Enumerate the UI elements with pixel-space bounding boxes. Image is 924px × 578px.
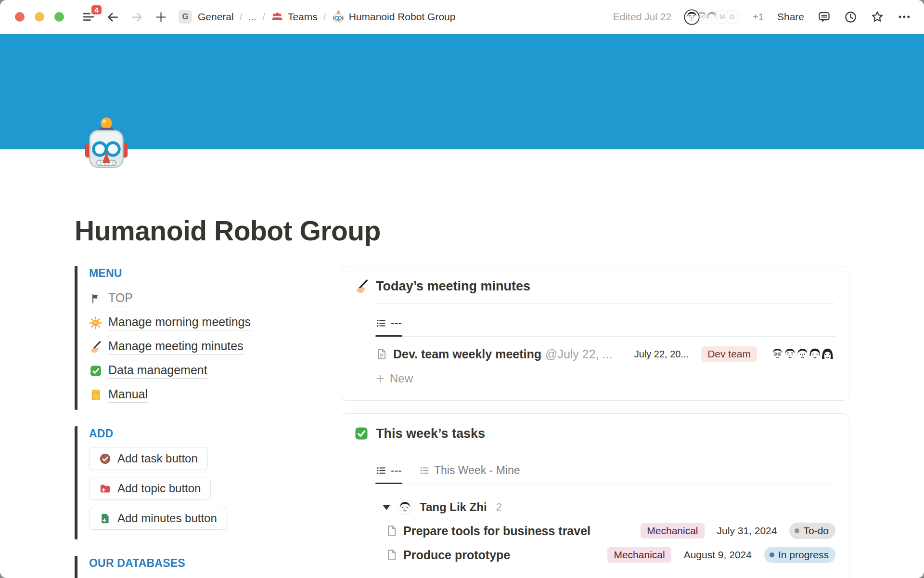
ellipsis-icon [898, 10, 911, 24]
writing-hand-icon [89, 341, 102, 354]
view-tab-default[interactable]: --- [375, 311, 402, 336]
collapse-toggle-icon[interactable] [383, 505, 390, 510]
view-tab-label: --- [391, 464, 402, 477]
share-button[interactable]: Share [777, 11, 804, 23]
menu-link-label: TOP [108, 291, 133, 306]
new-button-label: New [390, 372, 413, 385]
view-tab-default[interactable]: --- [375, 458, 402, 484]
new-meeting-button[interactable]: New [375, 368, 413, 390]
menu-link-manage-meeting-minutes[interactable]: Manage meeting minutes [89, 335, 244, 359]
teams-icon [271, 11, 283, 23]
menu-link-label: Manage morning meetings [108, 315, 251, 330]
card-title: This week’s tasks [376, 426, 485, 441]
meeting-row[interactable]: Dev. team weekly meeting @July 22, ... J… [375, 342, 835, 367]
avatar [685, 10, 699, 24]
check-box-icon [354, 426, 369, 441]
breadcrumb-current-page[interactable]: Humanoid Robot Group [332, 10, 456, 24]
menu-link-top[interactable]: TOP [89, 287, 133, 311]
bullet-list-icon [376, 318, 386, 328]
star-icon [871, 10, 884, 24]
card-title: Today’s meeting minutes [376, 279, 530, 294]
writing-hand-icon [354, 279, 369, 294]
menu-link-manual[interactable]: Manual [89, 383, 148, 407]
zoom-window-button[interactable] [54, 12, 64, 22]
group-count: 2 [496, 501, 502, 513]
back-button[interactable] [106, 11, 119, 24]
more-options-button[interactable] [898, 10, 911, 24]
view-tabbar: --- [375, 311, 835, 337]
last-edited-label: Edited Jul 22 [613, 11, 671, 23]
group-header-row: Tang Lik Zhi 2 [375, 496, 835, 519]
updates-button[interactable] [844, 11, 857, 24]
databases-heading: OUR DATABASES [89, 557, 306, 570]
status-dot-icon [795, 528, 799, 533]
breadcrumb-teams[interactable]: Teams [271, 11, 318, 23]
plus-icon [154, 11, 167, 24]
flag-icon [89, 292, 102, 305]
meeting-date-property: July 22, 20... [634, 349, 689, 360]
due-date: July 31, 2024 [717, 525, 777, 537]
breadcrumb-collapsed[interactable]: ... [248, 11, 257, 23]
add-minutes-button[interactable]: Add minutes button [89, 507, 227, 530]
workspace-badge[interactable]: G [179, 10, 192, 24]
status-label: In progress [778, 549, 829, 561]
traffic-lights [15, 12, 64, 22]
clock-icon [844, 11, 857, 24]
group-name[interactable]: Tang Lik Zhi [420, 500, 487, 514]
bullet-list-icon [376, 465, 386, 476]
menu-heading: MENU [89, 267, 306, 280]
new-tab-button[interactable] [154, 11, 167, 24]
sun-icon [89, 316, 102, 329]
view-tab-this-week-mine[interactable]: This Week - Mine [419, 458, 521, 484]
minimize-window-button[interactable] [35, 12, 44, 22]
notification-badge: 4 [90, 4, 103, 16]
page-left-column: MENU TOP Manage morning meetings Manage … [75, 266, 306, 578]
status-dot-icon [770, 552, 774, 557]
task-title[interactable]: Produce prototype [403, 548, 510, 562]
divider [375, 303, 835, 304]
comment-icon [818, 11, 831, 24]
add-task-button[interactable]: Add task button [89, 447, 208, 470]
plus-icon [375, 374, 385, 383]
add-topic-button[interactable]: Add topic button [89, 477, 211, 500]
view-tab-label: This Week - Mine [434, 464, 520, 477]
comments-button[interactable] [818, 11, 831, 24]
menu-link-data-management[interactable]: Data management [89, 359, 207, 383]
notion-window: 4 G General / ... [0, 0, 924, 578]
sidebar-toggle-button[interactable]: 4 [82, 10, 95, 24]
menu-section: MENU TOP Manage morning meetings Manage … [75, 266, 306, 410]
team-tag: Dev team [701, 346, 757, 362]
page-body: Humanoid Robot Group MENU TOP Manage mor… [0, 215, 924, 578]
forward-arrow-icon [130, 11, 143, 24]
check-box-icon [89, 365, 102, 378]
view-tabbar: --- This Week - Mine [375, 458, 835, 484]
favorite-button[interactable] [871, 10, 884, 24]
attendee-avatars [770, 346, 835, 362]
breadcrumb-page-label: Humanoid Robot Group [349, 11, 456, 23]
add-button-label: Add task button [117, 452, 198, 465]
close-window-button[interactable] [15, 12, 25, 22]
divider [375, 451, 835, 451]
task-row[interactable]: Prepare tools for business travel Mechan… [375, 519, 835, 543]
breadcrumb-teams-label: Teams [288, 11, 318, 23]
file-plus-icon [99, 512, 111, 525]
status-badge: In progress [764, 547, 835, 563]
meeting-minutes-card: Today’s meeting minutes --- Dev. t [341, 266, 849, 401]
meeting-row-title[interactable]: Dev. team weekly meeting [393, 347, 541, 361]
add-button-label: Add minutes button [117, 512, 217, 525]
presence-avatars[interactable]: M D [685, 10, 739, 24]
presence-overflow-count[interactable]: +1 [753, 12, 764, 23]
task-title[interactable]: Prepare tools for business travel [403, 524, 590, 538]
menu-link-label: Manage meeting minutes [108, 339, 244, 355]
task-row[interactable]: Produce prototype Mechanical August 9, 2… [375, 543, 835, 567]
forward-button[interactable] [130, 11, 143, 24]
page-title: Humanoid Robot Group [75, 215, 849, 247]
breadcrumb-separator: / [323, 11, 326, 23]
breadcrumb-general[interactable]: General [198, 11, 234, 23]
document-lines-icon [375, 348, 388, 360]
page-icon-button[interactable] [81, 117, 132, 173]
menu-link-manage-morning-meetings[interactable]: Manage morning meetings [89, 311, 251, 335]
meeting-row-date-mention: @July 22, ... [545, 347, 612, 361]
document-icon [385, 525, 398, 537]
task-check-icon [99, 453, 111, 465]
